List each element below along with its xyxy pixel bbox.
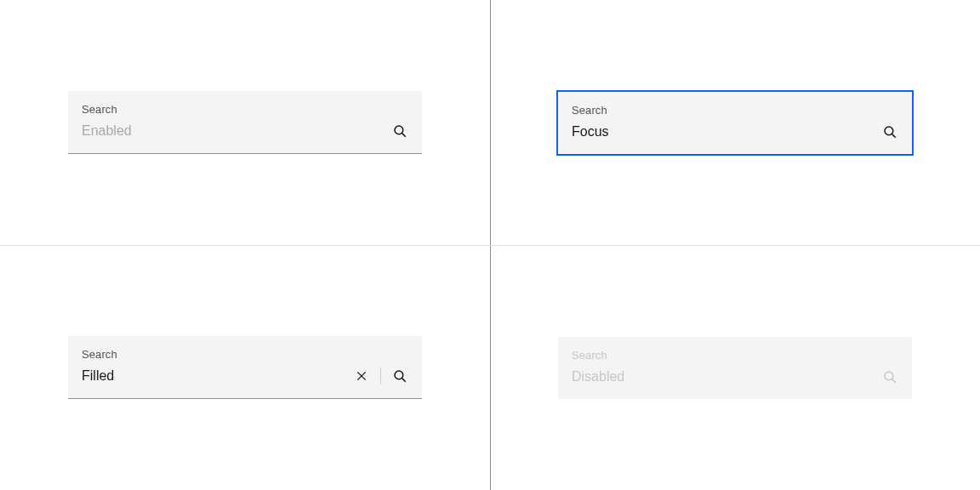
search-field-enabled[interactable]: Search Enabled	[68, 91, 422, 154]
search-icon[interactable]	[391, 368, 408, 385]
svg-point-0	[395, 126, 403, 134]
svg-line-1	[402, 134, 406, 137]
cell-focus: Search Focus	[490, 0, 980, 245]
search-row: Filled	[82, 366, 408, 386]
search-row: Focus	[572, 122, 898, 142]
search-field-focus[interactable]: Search Focus	[558, 92, 912, 154]
search-field-filled[interactable]: Search Filled	[68, 336, 422, 399]
svg-line-9	[892, 379, 896, 382]
horizontal-divider	[0, 245, 980, 246]
cell-enabled: Search Enabled	[0, 0, 490, 245]
search-row: Disabled	[572, 367, 898, 387]
search-field-disabled: Search Disabled	[558, 337, 912, 399]
search-value: Focus	[572, 122, 881, 142]
search-icons	[881, 368, 898, 385]
clear-wrap	[353, 368, 391, 385]
search-placeholder: Disabled	[572, 367, 881, 387]
search-label: Search	[82, 103, 408, 116]
svg-point-2	[885, 127, 893, 135]
search-icons	[881, 123, 898, 140]
search-icon[interactable]	[881, 123, 898, 140]
search-label: Search	[572, 349, 898, 362]
svg-point-6	[395, 371, 403, 379]
search-label: Search	[572, 104, 898, 117]
search-label: Search	[82, 348, 408, 361]
cell-filled: Search Filled	[0, 245, 490, 490]
cell-disabled: Search Disabled	[490, 245, 980, 490]
svg-line-3	[892, 134, 896, 137]
icon-separator	[380, 368, 381, 385]
search-value: Filled	[82, 366, 353, 386]
svg-line-7	[402, 379, 406, 382]
search-row: Enabled	[82, 121, 408, 141]
search-icon[interactable]	[391, 122, 408, 140]
close-icon[interactable]	[353, 368, 370, 385]
svg-point-8	[885, 372, 893, 380]
search-icon	[881, 368, 898, 385]
search-icons	[391, 122, 408, 140]
search-icons	[353, 368, 408, 385]
search-placeholder: Enabled	[82, 121, 391, 141]
